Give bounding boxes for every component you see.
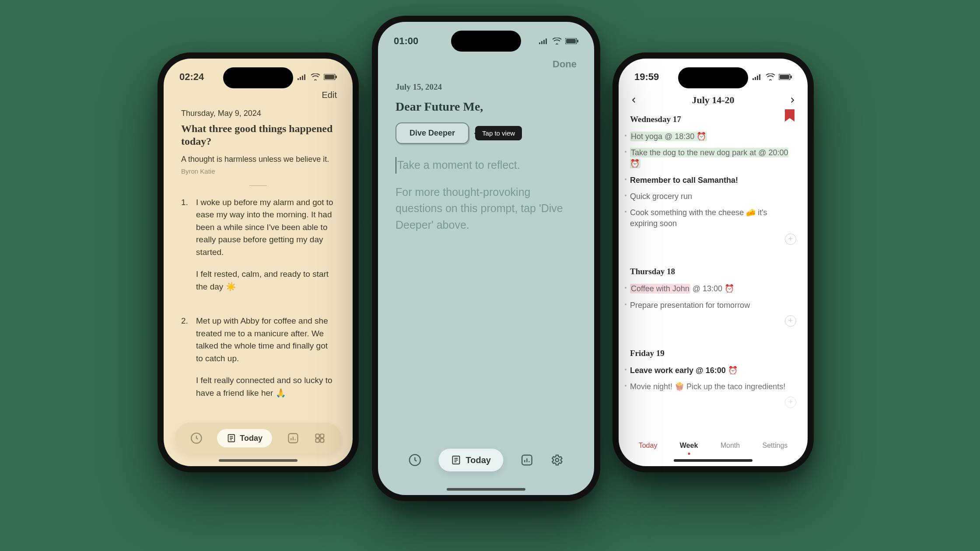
tab-week[interactable]: Week [676,438,703,453]
dynamic-island [451,31,521,52]
svg-rect-20 [577,40,578,42]
week-title: July 14-20 [638,94,788,106]
text-input[interactable]: Take a moment to reflect. For more thoug… [396,157,577,233]
day-head: Thursday 18 [630,267,796,276]
phone-reflection: 01:00 Done July 15, 2024 Dear Future Me,… [372,16,600,501]
svg-rect-30 [780,75,789,79]
journal-prompt: What three good things happened today? [181,122,335,148]
svg-rect-25 [752,78,754,80]
entry-number: 1. [181,196,188,303]
svg-rect-5 [325,75,334,79]
status-icons [752,73,792,80]
entry-number: 2. [181,315,188,409]
quote-author: Byron Katie [181,167,335,175]
tab-bar: Today Week Month Settings [619,438,808,453]
entry-title: Dear Future Me, [396,100,577,114]
quote-text: A thought is harmless unless we believe … [181,154,335,165]
task-item[interactable]: Take the dog to the new dog park at @ 20… [630,145,796,172]
task-item[interactable]: Hot yoga @ 18:30 ⏰ [630,129,796,145]
svg-rect-14 [539,42,540,44]
bookmark-icon[interactable] [785,109,794,125]
battery-icon [324,74,337,80]
stats-icon[interactable] [520,453,533,467]
tooltip[interactable]: Tap to view [475,126,522,140]
task-item[interactable]: Quick grocery run [630,188,796,205]
done-button[interactable]: Done [553,59,577,70]
day-head: Friday 19 [630,349,796,358]
status-icons [298,73,337,80]
svg-rect-11 [320,434,324,438]
wifi-icon [766,73,775,80]
svg-rect-19 [566,39,576,43]
journal-entry: 2. Met up with Abby for coffee and she t… [181,315,335,409]
status-icons [539,38,578,45]
entry-paragraph: Met up with Abby for coffee and she trea… [196,315,335,365]
tab-today[interactable]: Today [439,449,503,471]
dynamic-island [223,67,293,88]
svg-rect-0 [298,78,299,80]
next-week-button[interactable] [788,96,796,104]
cellular-icon [298,74,307,80]
day-section: Wednesday 17 Hot yoga @ 18:30 ⏰ Take the… [619,110,808,262]
add-task-button[interactable]: + [785,234,796,245]
svg-rect-12 [316,439,319,442]
placeholder-line: For more thought-provoking questions on … [396,186,563,231]
home-indicator [219,459,298,462]
day-head: Wednesday 17 [630,115,796,124]
week-header: July 14-20 [619,87,808,110]
task-item[interactable]: Leave work early @ 16:00 ⏰ [630,363,796,379]
status-time: 02:24 [179,71,204,83]
task-item[interactable]: Remember to call Samantha! [630,172,796,188]
svg-rect-28 [759,74,760,80]
status-time: 01:00 [394,35,418,47]
edit-button[interactable]: Edit [322,90,337,100]
task-item[interactable]: Cook something with the cheese 🧀 it's ex… [630,205,796,232]
svg-rect-26 [755,77,756,80]
task-item[interactable]: Prepare presentation for tomorrow [630,297,796,314]
settings-icon[interactable] [551,453,564,467]
note-icon [451,455,462,465]
battery-icon [565,38,578,44]
wifi-icon [552,38,562,45]
history-icon[interactable] [408,453,421,467]
phone-journal: 02:24 Edit Thursday, May 9, 2024 What th… [158,52,359,472]
note-icon [227,433,236,443]
task-item[interactable]: Coffee with John @ 13:00 ⏰ [630,281,796,297]
status-time: 19:59 [634,71,659,83]
svg-rect-2 [302,76,303,80]
svg-point-24 [556,458,559,462]
svg-rect-13 [320,439,324,442]
tab-today-label: Today [466,455,491,465]
dive-deeper-button[interactable]: Dive Deeper [396,122,469,144]
svg-rect-27 [757,76,758,80]
day-section: Friday 19 Leave work early @ 16:00 ⏰ Mov… [619,344,808,397]
cellular-icon [752,74,762,80]
svg-rect-17 [546,38,547,44]
svg-rect-6 [336,76,337,78]
entry-date: July 15, 2024 [396,82,577,92]
task-item[interactable]: Movie night! 🍿 Pick up the taco ingredie… [630,379,796,395]
dynamic-island [678,67,748,88]
tab-month[interactable]: Month [716,438,744,453]
entry-paragraph: I woke up before my alarm and got to eas… [196,196,335,259]
battery-icon [779,74,792,80]
add-task-button[interactable]: + [785,315,796,327]
svg-rect-1 [300,77,301,80]
grid-icon[interactable] [314,432,326,444]
tab-settings[interactable]: Settings [758,438,792,453]
journal-entry: 1. I woke up before my alarm and got to … [181,196,335,303]
svg-rect-16 [543,40,545,44]
svg-rect-10 [316,434,319,438]
phone-calendar: 19:59 July 14-20 [612,52,814,472]
history-icon[interactable] [190,432,203,444]
tab-today[interactable]: Today [634,438,662,453]
stats-icon[interactable] [287,432,299,444]
add-task-button[interactable]: + [785,397,796,408]
tab-bar: Today [175,422,341,454]
entry-date: Thursday, May 9, 2024 [181,109,335,118]
prev-week-button[interactable] [630,96,638,104]
tab-today[interactable]: Today [217,429,272,447]
wifi-icon [311,73,320,80]
entry-paragraph: I felt rested, calm, and ready to start … [196,268,335,293]
tab-bar: Today [399,443,572,478]
